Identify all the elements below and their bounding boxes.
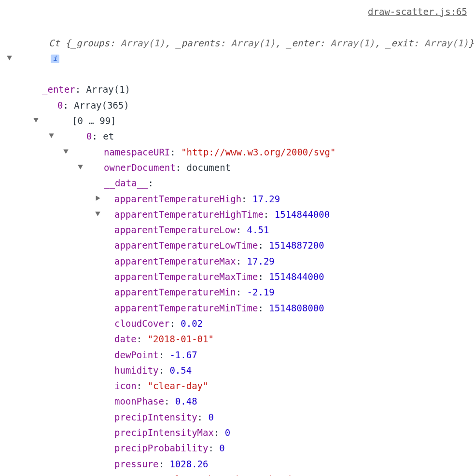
prop-key: humidity bbox=[114, 363, 159, 378]
summary-value: Array(1) bbox=[424, 38, 469, 48]
prop-key: apparentTemperatureMax bbox=[114, 253, 236, 269]
prop-value: document bbox=[187, 160, 231, 175]
tree-row-prop[interactable]: summary: "Clear throughout the day." bbox=[0, 472, 474, 476]
collapse-arrow-icon[interactable] bbox=[95, 164, 101, 170]
expand-arrow-icon[interactable] bbox=[95, 179, 101, 185]
tree-row-prop[interactable]: apparentTemperatureMin: -2.19 bbox=[0, 284, 474, 300]
prop-value: 0.02 bbox=[181, 316, 203, 331]
prop-value: Array(1) bbox=[86, 82, 131, 97]
expand-arrow-icon[interactable] bbox=[48, 101, 55, 108]
prop-value: 1514887200 bbox=[269, 238, 324, 253]
tree-row-enter[interactable]: _enter: Array(1) bbox=[0, 82, 474, 97]
prop-key: summary bbox=[114, 472, 153, 476]
tree-row-prop[interactable]: precipIntensityMax: 0 bbox=[0, 425, 474, 440]
prop-value: 0.48 bbox=[175, 393, 197, 409]
prop-value: "clear-day" bbox=[148, 378, 209, 393]
prop-key: cloudCover bbox=[114, 316, 169, 331]
tree-row-prop[interactable]: apparentTemperatureLow: 4.51 bbox=[0, 222, 474, 238]
tree-row-prop[interactable]: apparentTemperatureMinTime: 1514808000 bbox=[0, 300, 474, 316]
expand-arrow-icon[interactable] bbox=[33, 85, 39, 92]
tree-row-namespace[interactable]: namespaceURI: "http://www.w3.org/2000/sv… bbox=[0, 144, 474, 160]
prop-value: 0 bbox=[225, 425, 230, 440]
expand-arrow-icon[interactable] bbox=[6, 23, 13, 29]
prop-key: precipIntensityMax bbox=[114, 425, 214, 440]
prop-key: apparentTemperatureHigh bbox=[114, 191, 241, 207]
prop-key: precipIntensity bbox=[114, 409, 197, 425]
prop-key: pressure bbox=[114, 456, 159, 472]
tree-row-prop[interactable]: moonPhase: 0.48 bbox=[0, 393, 474, 409]
summary-value: Array(1) bbox=[231, 38, 276, 48]
tree-row-prop[interactable]: cloudCover: 0.02 bbox=[0, 316, 474, 331]
prop-value: 17.29 bbox=[247, 253, 275, 269]
tree-row-prop[interactable]: precipIntensity: 0 bbox=[0, 409, 474, 425]
tree-row-prop[interactable]: icon: "clear-day" bbox=[0, 378, 474, 393]
prop-key: icon bbox=[114, 378, 137, 393]
expand-arrow-icon[interactable] bbox=[63, 117, 69, 123]
tree-row-prop[interactable]: date: "2018-01-01" bbox=[0, 331, 474, 347]
tree-row-prop[interactable]: precipProbability: 0 bbox=[0, 440, 474, 456]
object-summary-row[interactable]: Ct {_groups: Array(1), _parents: Array(1… bbox=[0, 19, 474, 82]
prop-value: 1514844000 bbox=[269, 269, 324, 284]
prop-value: 4.51 bbox=[247, 222, 269, 238]
prop-value: "Clear throughout the day." bbox=[164, 472, 313, 476]
summary-key: _exit bbox=[386, 38, 413, 48]
prop-value: 0.54 bbox=[169, 363, 192, 378]
prop-key: apparentTemperatureLow bbox=[114, 222, 236, 238]
prop-value: 0 bbox=[208, 409, 213, 425]
prop-value: -2.19 bbox=[247, 284, 275, 300]
prop-key: apparentTemperatureHighTime bbox=[114, 207, 264, 222]
object-summary: Ct {_groups: Array(1), _parents: Array(1… bbox=[15, 19, 474, 82]
prop-value: "http://www.w3.org/2000/svg" bbox=[181, 144, 335, 160]
prop-value: 1514808000 bbox=[269, 300, 324, 316]
tree-row-prop[interactable]: dewPoint: -1.67 bbox=[0, 347, 474, 363]
prop-key: namespaceURI bbox=[104, 144, 170, 160]
prop-value: 17.29 bbox=[252, 191, 280, 207]
prop-value: et bbox=[103, 128, 114, 144]
prop-key: moonPhase bbox=[114, 393, 164, 409]
tree-row-index[interactable]: 0: Array(365) bbox=[0, 98, 474, 113]
summary-value: Array(1) bbox=[331, 38, 375, 48]
info-icon[interactable]: i bbox=[51, 55, 59, 63]
summary-key: _enter bbox=[286, 38, 320, 48]
tree-row-prop[interactable]: apparentTemperatureMax: 17.29 bbox=[0, 253, 474, 269]
source-link[interactable]: draw-scatter.js:65 bbox=[0, 4, 474, 19]
summary-key: _groups bbox=[71, 38, 110, 48]
prop-key: apparentTemperatureMin bbox=[114, 284, 236, 300]
prop-value: 1514844000 bbox=[275, 207, 330, 222]
prop-key: _enter bbox=[42, 82, 75, 97]
prop-key: date bbox=[114, 331, 137, 347]
prop-value: Array(365) bbox=[74, 98, 129, 113]
summary-key: _parents bbox=[176, 38, 220, 48]
prop-value: -1.67 bbox=[169, 347, 197, 363]
console-output: draw-scatter.js:65 Ct {_groups: Array(1)… bbox=[0, 0, 474, 476]
prop-key: precipProbability bbox=[114, 440, 208, 456]
prop-key: apparentTemperatureLowTime bbox=[114, 238, 258, 253]
tree-row-prop[interactable]: apparentTemperatureLowTime: 1514887200 bbox=[0, 238, 474, 253]
prop-key: apparentTemperatureMinTime bbox=[114, 300, 258, 316]
tree-row-prop[interactable]: humidity: 0.54 bbox=[0, 363, 474, 378]
prop-value: 0 bbox=[219, 440, 224, 456]
tree-row-prop[interactable]: apparentTemperatureHighTime: 1514844000 bbox=[0, 207, 474, 222]
tree-row-prop[interactable]: pressure: 1028.26 bbox=[0, 456, 474, 472]
expand-arrow-icon[interactable] bbox=[77, 132, 84, 139]
prop-key: dewPoint bbox=[114, 347, 159, 363]
tree-row-prop[interactable]: apparentTemperatureHigh: 17.29 bbox=[0, 191, 474, 207]
tree-row-prop[interactable]: apparentTemperatureMaxTime: 1514844000 bbox=[0, 269, 474, 284]
summary-value: Array(1) bbox=[121, 38, 165, 48]
prop-value: "2018-01-01" bbox=[148, 331, 214, 347]
prop-key: ownerDocument bbox=[104, 160, 176, 175]
prop-value: 1028.26 bbox=[169, 456, 208, 472]
prop-key: apparentTemperatureMaxTime bbox=[114, 269, 258, 284]
